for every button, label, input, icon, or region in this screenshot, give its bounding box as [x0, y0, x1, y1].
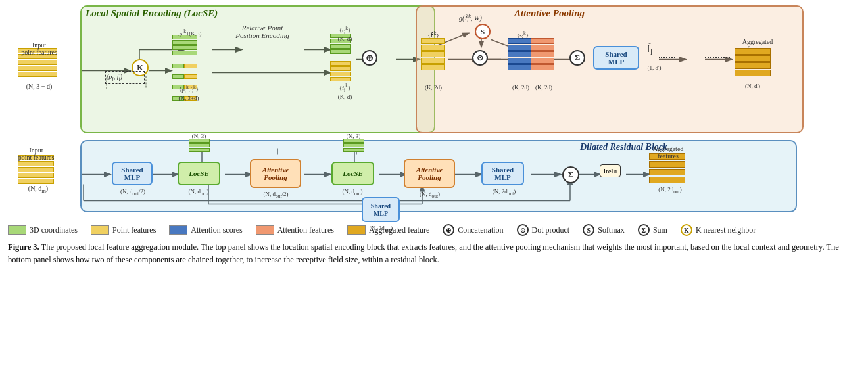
n3-stack-1: [189, 139, 210, 152]
rpe-label: Relative PointPosition Encoding: [220, 24, 305, 39]
fi-k-stack: [330, 61, 351, 81]
fi-tilde-label: f̃l: [647, 43, 652, 57]
concat-icon: ⊕: [443, 224, 454, 236]
result-stack: [531, 38, 554, 70]
n3-stack-2: [343, 139, 364, 152]
dotted-line-top2: [705, 57, 730, 58]
legend-sum: Σ Sum: [638, 224, 667, 236]
shared-mlp-1-dim: (N, dout/2): [110, 188, 156, 197]
n3-label-2: (N, 3): [339, 133, 368, 139]
ap-box-1: AttentivePooling: [250, 159, 301, 188]
softmax-icon: S: [583, 224, 594, 236]
attentive-title-top: Attentive Pooling: [514, 8, 585, 19]
legend-blue-rect: [169, 225, 187, 235]
fi-k-label: {fik}(K, d): [330, 83, 360, 100]
legend-3d-label: 3D coordinates: [30, 225, 78, 235]
knn-circle: K: [132, 59, 149, 76]
legend-area: 3D coordinates Point features Attention …: [8, 221, 860, 239]
dot-circle: ⊙: [472, 50, 488, 66]
knn-icon: K: [681, 224, 692, 236]
result-dim: (K, 2d): [529, 84, 559, 91]
legend-dot: ⊙ Dot product: [517, 224, 570, 236]
shared-mlp-skip: SharedMLP: [362, 197, 400, 222]
legend-softmax-label: Softmax: [598, 225, 625, 235]
legend-dot-label: Dot product: [532, 225, 570, 235]
input-label-bottom: Inputpoint features: [16, 147, 57, 161]
diagram-area: Local Spatial Encoding (LocSE) Attentive…: [8, 5, 860, 216]
si-k-stack: [508, 38, 531, 70]
legend-knn-label: K nearest neighbor: [696, 225, 756, 235]
input-label-top: Inputpoint features: [18, 41, 60, 56]
caption: Figure 3. The proposed local feature agg…: [8, 239, 860, 266]
legend-attention-label: Attention scores: [191, 225, 242, 235]
ap-box-2: AttentivePooling: [404, 159, 455, 188]
locse-box-1: LocSE: [178, 162, 220, 185]
legend-salmon-rect: [256, 225, 274, 235]
dotted-line-top: [659, 57, 675, 58]
ap-2-dim: (N, dout): [402, 191, 458, 199]
pi-fi-label: (pi, fi): [107, 73, 122, 82]
legend-sum-label: Sum: [653, 225, 667, 235]
legend-point-features: Point features: [91, 224, 156, 236]
fi-hat-stack: [421, 38, 445, 70]
fi-hat-dim: (K, 2d): [418, 84, 448, 91]
legend-attention-features: Attention features: [256, 224, 334, 236]
input-dim-bottom: (N, din): [18, 185, 59, 194]
locse-2-dim: (N, dout): [329, 188, 375, 197]
agg-dim-bottom: (N, 2dout): [647, 186, 693, 195]
shared-mlp-top: SharedMLP: [593, 46, 639, 70]
legend-3d-coords: 3D coordinates: [8, 224, 78, 236]
ri-k-label: {rik}(K, d): [330, 25, 360, 42]
legend-green-rect: [8, 225, 26, 235]
legend-softmax: S Softmax: [583, 224, 625, 236]
pi-fi-k-label: {pik,fik}(K, 3+d): [170, 84, 208, 101]
main-container: Local Spatial Encoding (LocSE) Attentive…: [0, 0, 868, 271]
g-func-label: g(f̂ik, W): [459, 13, 482, 24]
fi-hat-label: {f̂ik}: [418, 30, 448, 41]
fi-tilde-dim: (1, d'): [641, 64, 667, 71]
sigma-circle-top: Σ: [569, 50, 585, 66]
ap-1-dim: (N, dout/2): [248, 191, 304, 199]
shared-mlp-bottom-1: SharedMLP: [112, 162, 153, 185]
sum-icon: Σ: [638, 224, 650, 236]
input-dim-top: (N, 3 + d): [18, 83, 60, 90]
dot-icon: ⊙: [517, 224, 529, 236]
legend-knn: K K nearest neighbor: [681, 224, 756, 236]
agg-stack-top: [735, 48, 771, 76]
concat-circle: ⊕: [362, 50, 377, 66]
legend-point-label: Point features: [112, 225, 156, 235]
lrelu-box: lrelu: [600, 164, 621, 177]
agg-label-bottom: Aggregatedfeatures: [642, 145, 694, 160]
softmax-circle: S: [475, 24, 491, 39]
legend-concat-label: Concatenation: [458, 225, 503, 235]
legend-attention-scores: Attention scores: [169, 224, 242, 236]
pi-k-label: {pik}(K,3): [171, 28, 207, 39]
shared-mlp-skip-dim: (N, 2dout): [356, 225, 406, 233]
shared-mlp-bottom-2: SharedMLP: [481, 162, 524, 185]
sigma-circle-bottom: Σ: [562, 166, 579, 183]
locse-title: Local Spatial Encoding (LocSE): [85, 8, 218, 19]
legend-att-feat-label: Attention features: [277, 225, 334, 235]
locse-box-2: LocSE: [331, 162, 374, 185]
agg-dim-top: (N, d'): [731, 83, 774, 89]
locse-1-dim: (N, dout): [176, 188, 222, 197]
n3-label-1: (N, 3): [184, 133, 214, 139]
legend-concat: ⊕ Concatenation: [443, 224, 503, 236]
shared-mlp-2-dim: (N, 2dout): [479, 188, 529, 197]
legend-yellow-rect: [91, 225, 109, 235]
